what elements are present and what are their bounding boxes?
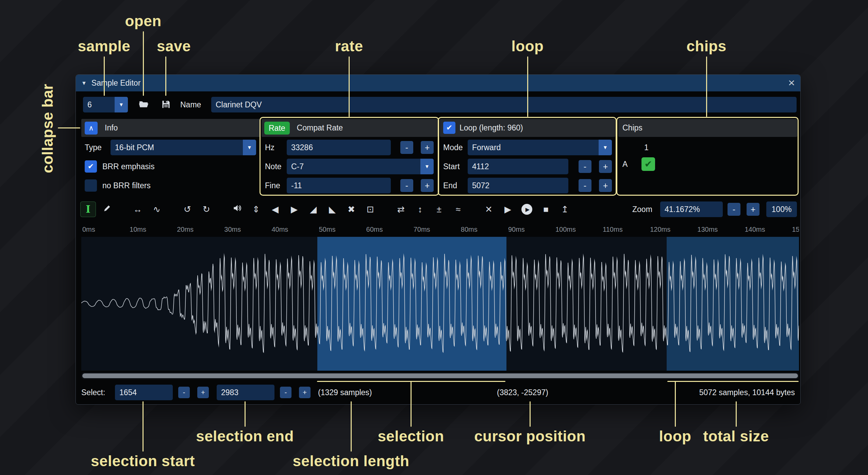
- annotation-label-chips: chips: [686, 38, 726, 55]
- insert-silence-button[interactable]: ◢: [305, 201, 321, 217]
- zoom-reset-button[interactable]: 100%: [766, 201, 797, 217]
- trim-button[interactable]: ⊡: [363, 201, 378, 217]
- check-icon: ✔: [88, 162, 94, 171]
- titlebar[interactable]: ▼ Sample Editor ×: [76, 75, 800, 91]
- annotation-line-chips: [706, 56, 707, 117]
- annotation-line-loop-bottom: [675, 381, 676, 427]
- info-header-bar: ∧ Info: [81, 119, 260, 137]
- save-button[interactable]: [158, 97, 174, 112]
- filter-button[interactable]: ≈: [450, 201, 466, 217]
- cursor-position-text: (3823, -25297): [497, 385, 548, 400]
- redo-button[interactable]: ↻: [199, 201, 214, 217]
- annotation-label-cursor-position: cursor position: [474, 428, 586, 445]
- annotation-line-total-size: [736, 401, 737, 427]
- sample-selector[interactable]: 6 ▼: [83, 97, 128, 112]
- selection-start-decrease-button[interactable]: -: [178, 387, 190, 398]
- amplify-button[interactable]: [229, 201, 245, 217]
- annotation-line-save: [165, 56, 166, 96]
- undo-button[interactable]: ↺: [180, 201, 195, 217]
- edit-mode-button[interactable]: I: [80, 201, 96, 217]
- export-button[interactable]: ↥: [557, 201, 573, 217]
- annotation-line-selection-start: [143, 401, 144, 452]
- resample-button[interactable]: ∿: [149, 201, 165, 217]
- zoom-value: 41.1672%: [665, 205, 700, 214]
- annotation-line-selection: [411, 381, 412, 427]
- invert-button[interactable]: ↕: [412, 201, 428, 217]
- annotation-label-collapse-bar: collapse bar: [39, 84, 56, 173]
- floppy-disk-icon: [161, 99, 171, 110]
- delete-button[interactable]: ✖: [344, 201, 359, 217]
- crossfade-button[interactable]: ✕: [481, 201, 497, 217]
- annotation-line-sample: [104, 56, 105, 96]
- i-beam-icon: I: [86, 204, 90, 215]
- zoom-in-button[interactable]: +: [747, 203, 760, 216]
- chevron-down-icon[interactable]: ▼: [115, 97, 128, 112]
- sample-name-input[interactable]: Clarinet DQV: [211, 97, 797, 112]
- x-icon: ✖: [348, 204, 355, 215]
- annotation-line-selection-end: [245, 401, 246, 427]
- type-label: Type: [85, 140, 102, 155]
- fade-out-button[interactable]: ▶: [286, 201, 302, 217]
- annotation-label-sample: sample: [78, 38, 131, 55]
- swap-arrows-icon: ⇄: [397, 204, 405, 215]
- preview-selection-button[interactable]: ▶: [519, 201, 535, 217]
- timeline-ruler[interactable]: 0ms10ms20ms30ms40ms50ms60ms70ms80ms90ms1…: [81, 222, 799, 236]
- plus-minus-icon: ±: [437, 204, 441, 215]
- selection-start-value: 1654: [119, 388, 137, 397]
- preview-button[interactable]: ▶: [500, 201, 516, 217]
- annotation-label-selection-start: selection start: [91, 453, 195, 470]
- annotation-label-loop: loop: [512, 38, 544, 55]
- annotation-label-loop-bottom: loop: [659, 428, 691, 445]
- brr-emphasis-checkbox[interactable]: ✔: [85, 160, 97, 173]
- window-title: Sample Editor: [91, 78, 140, 88]
- open-button[interactable]: [136, 97, 151, 112]
- selection-length-text: (1329 samples): [318, 385, 372, 400]
- chevron-down-icon[interactable]: ▼: [243, 140, 256, 155]
- reverse-button[interactable]: ⇄: [393, 201, 409, 217]
- selection-end-increase-button[interactable]: +: [299, 387, 311, 398]
- annotation-box-loop: [438, 117, 617, 196]
- no-brr-filters-checkbox[interactable]: ✔: [85, 179, 97, 192]
- zoom-input[interactable]: 41.1672%: [660, 201, 723, 217]
- timeline-label: 70ms: [414, 226, 430, 233]
- page-background: ▼ Sample Editor × 6 ▼ Name Clarinet DQV: [0, 0, 868, 475]
- normalize-button[interactable]: ⇕: [248, 201, 264, 217]
- waveform-scrollbar[interactable]: [81, 372, 799, 379]
- selection-end-decrease-button[interactable]: -: [280, 387, 291, 398]
- upload-icon: ↥: [561, 204, 569, 215]
- annotation-bracket-loop: [667, 381, 799, 382]
- signedness-button[interactable]: ±: [431, 201, 447, 217]
- triangle-right-icon: ▶: [291, 204, 298, 215]
- draw-button[interactable]: [99, 201, 115, 217]
- total-size-text: 5072 samples, 10144 bytes: [699, 385, 795, 400]
- zoom-out-button[interactable]: -: [728, 203, 740, 216]
- resize-button[interactable]: ↔: [130, 201, 146, 217]
- timeline-label: 140ms: [745, 226, 765, 233]
- type-value: 16-bit PCM: [111, 140, 154, 155]
- brr-emphasis-label: BRR emphasis: [102, 159, 154, 174]
- scrollbar-thumb[interactable]: [82, 373, 798, 378]
- stop-preview-button[interactable]: ■: [538, 201, 554, 217]
- info-collapse-button[interactable]: ∧: [85, 122, 98, 135]
- waveform-display[interactable]: [81, 237, 799, 371]
- annotation-label-selection-length: selection length: [293, 453, 410, 470]
- apply-silence-button[interactable]: ◣: [324, 201, 340, 217]
- close-icon[interactable]: ×: [788, 75, 795, 91]
- info-section: ∧ Info Type 16-bit PCM ▼ ✔ BRR emphasis: [81, 119, 260, 194]
- timeline-label: 60ms: [366, 226, 383, 233]
- fade-in-button[interactable]: ◀: [267, 201, 283, 217]
- type-dropdown[interactable]: 16-bit PCM ▼: [111, 140, 256, 155]
- zoom-label: Zoom: [632, 201, 652, 217]
- timeline-label: 130ms: [697, 226, 718, 233]
- selection-start-increase-button[interactable]: +: [197, 387, 209, 398]
- selection-end-input[interactable]: 2983: [217, 385, 274, 400]
- window-collapse-icon[interactable]: ▼: [81, 80, 87, 86]
- arrows-horizontal-icon: ↔: [133, 204, 142, 215]
- sample-toolbar: I↔∿↺↻⇕◀▶◢◣✖⊡⇄↕±≈✕▶▶■↥: [80, 200, 588, 219]
- timeline-label: 0ms: [82, 226, 95, 233]
- no-brr-filters-label: no BRR filters: [102, 178, 151, 193]
- chevron-up-icon: ∧: [88, 124, 94, 132]
- select-label: Select:: [81, 385, 105, 400]
- annotation-label-rate: rate: [335, 38, 363, 55]
- selection-start-input[interactable]: 1654: [115, 385, 173, 400]
